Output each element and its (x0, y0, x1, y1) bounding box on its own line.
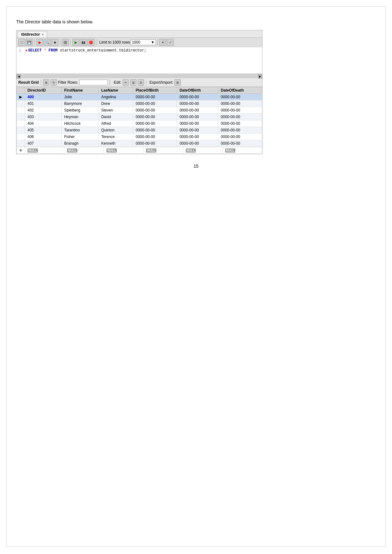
table-row[interactable]: 405TarantinoQuinton0000-00-000000-00-000… (17, 127, 262, 134)
horizontal-scrollbar[interactable]: ◀ ▶ (16, 74, 262, 78)
tab-bar: tbldirector × (16, 30, 262, 38)
row-arrow: ▶ (17, 94, 25, 100)
null-badge-dod: NULL (225, 148, 236, 153)
table-header-row: DirectorID FirstName LasName PlaceOfBirt… (17, 87, 262, 94)
row-arrow (17, 107, 25, 114)
cell-last: Steven (99, 107, 133, 114)
table-row[interactable]: 401BarrymoreDrew0000-00-000000-00-000000… (17, 100, 262, 107)
cell-directorid: 407 (25, 140, 62, 147)
edit-copy-icon[interactable]: ⊞ (130, 79, 136, 86)
null-row-star: ✱ (19, 148, 22, 152)
page-container: The Director table data is shown below. … (6, 6, 386, 546)
toolbar-separator-5 (157, 39, 158, 45)
save-button[interactable]: 💾 (26, 39, 33, 46)
result-grid-icon[interactable]: ⊞ (43, 79, 49, 86)
stop-button[interactable]: ■ (51, 39, 58, 46)
cell-place: 0000-00-00 (133, 114, 177, 120)
row-arrow (17, 127, 25, 134)
toolbar-separator-3 (70, 39, 71, 45)
null-badge-first: NULL (67, 148, 77, 153)
cell-dob: 0000-00-00 (177, 114, 218, 120)
cell-dod: 0000-00-00 (218, 107, 262, 114)
cell-last: Quinton (99, 127, 133, 134)
sql-query: SELECT * FROM startstruck_entertainment.… (28, 48, 147, 53)
limit-dropdown[interactable]: 1000 ▼ (130, 39, 156, 45)
edit-label: Edit: (114, 80, 121, 85)
edit-pencil-icon[interactable]: ✏ (123, 79, 129, 86)
result-refresh-icon[interactable]: ↻ (51, 79, 57, 86)
null-badge-last: NULL (106, 148, 117, 153)
cell-last: Drew (99, 100, 133, 107)
col-header-dateofdeath: DateOfDeath (218, 87, 262, 94)
table-row[interactable]: 407BranaghKenneth0000-00-000000-00-00000… (17, 140, 262, 147)
cell-dob: 0000-00-00 (177, 140, 218, 147)
cell-dod: 0000-00-00 (218, 100, 262, 107)
col-header-firstname: FirstName (62, 87, 99, 94)
run-button[interactable]: ▶ (72, 39, 79, 46)
dropdown-arrow: ▼ (151, 40, 155, 45)
toolbar-separator-4 (96, 39, 96, 45)
cell-place: 0000-00-00 (133, 94, 177, 100)
cell-first: Fisher (62, 134, 99, 140)
cell-place: 0000-00-00 (133, 140, 177, 147)
cell-dod: 0000-00-00 (218, 140, 262, 147)
star-button[interactable]: ✦ (159, 39, 166, 46)
cell-directorid: 405 (25, 127, 62, 134)
new-tab-button[interactable]: □ (18, 39, 25, 46)
query-editor[interactable]: 1 ● SELECT * FROM startstruck_entertainm… (16, 47, 262, 74)
row-arrow (17, 114, 25, 120)
null-row-table: ✱ NULL NULL NULL NULL NULL NULL (16, 147, 262, 154)
row-arrow (17, 100, 25, 107)
cell-dod: 0000-00-00 (218, 114, 262, 120)
tab-label: tbldirector (21, 32, 40, 37)
filter-rows-label: Filter Rows: (58, 80, 78, 85)
col-header-dateofbirth: DateOfBirth (177, 87, 218, 94)
edit-paste-icon[interactable]: ⊟ (138, 79, 144, 86)
explain-button[interactable]: 🔍 (44, 39, 51, 46)
table-row[interactable]: 406FisherTerence0000-00-000000-00-000000… (17, 134, 262, 140)
pause-button[interactable]: ▮▮ (80, 39, 87, 46)
table-row[interactable]: 403HeymanDavid0000-00-000000-00-000000-0… (17, 114, 262, 120)
result-separator-2 (110, 80, 110, 85)
cell-dob: 0000-00-00 (177, 107, 218, 114)
cell-directorid: 401 (25, 100, 62, 107)
null-badge-dob: NULL (186, 148, 196, 153)
null-badge-id: NULL (27, 148, 38, 153)
table-row[interactable]: 404HitchcockAlfred0000-00-000000-00-0000… (17, 120, 262, 127)
main-toolbar: □ 💾 ▶ 🔍 ■ ⊞ ▶ ▮▮ 🛑 Limit to 1000 rows 10… (16, 38, 262, 47)
cell-place: 0000-00-00 (133, 134, 177, 140)
cell-first: Spielberg (62, 107, 99, 114)
db-panel: tbldirector × □ 💾 ▶ 🔍 ■ ⊞ ▶ ▮▮ 🛑 Limit t… (16, 30, 262, 154)
cell-dod: 0000-00-00 (218, 134, 262, 140)
result-toolbar: Result Grid ⊞ ↻ Filter Rows: Edit: ✏ ⊞ ⊟… (16, 78, 262, 87)
cell-directorid: 406 (25, 134, 62, 140)
cell-first: Heyman (62, 114, 99, 120)
cell-dob: 0000-00-00 (177, 120, 218, 127)
table-row[interactable]: 402SpielbergSteven0000-00-000000-00-0000… (17, 107, 262, 114)
table-row[interactable]: ▶400JolieAngelina0000-00-000000-00-00000… (17, 94, 262, 100)
cell-dob: 0000-00-00 (177, 94, 218, 100)
export-icon[interactable]: ⊞ (174, 79, 181, 86)
row-indicator-header (17, 87, 25, 94)
execute-button[interactable]: ▶ (36, 39, 43, 46)
cell-dod: 0000-00-00 (218, 127, 262, 134)
tab-close-button[interactable]: × (42, 33, 44, 36)
cell-first: Tarantino (62, 127, 99, 134)
null-badge-place: NULL (146, 148, 156, 153)
refresh-button[interactable]: 🛑 (87, 39, 94, 46)
bookmark-button[interactable]: ✓ (167, 39, 174, 46)
cell-dob: 0000-00-00 (177, 127, 218, 134)
scroll-left-button[interactable]: ◀ (16, 74, 21, 79)
row-arrow (17, 140, 25, 147)
scroll-right-button[interactable]: ▶ (258, 74, 262, 79)
cell-first: Hitchcock (62, 120, 99, 127)
grid-button[interactable]: ⊞ (62, 39, 69, 46)
cell-place: 0000-00-00 (133, 127, 177, 134)
filter-rows-input[interactable] (79, 80, 108, 85)
limit-label: Limit to 1000 rows (99, 40, 130, 45)
tbldirector-tab[interactable]: tbldirector × (18, 31, 47, 38)
result-grid-label: Result Grid (18, 80, 39, 85)
cell-place: 0000-00-00 (133, 107, 177, 114)
cell-dob: 0000-00-00 (177, 134, 218, 140)
cell-first: Jolie (62, 94, 99, 100)
